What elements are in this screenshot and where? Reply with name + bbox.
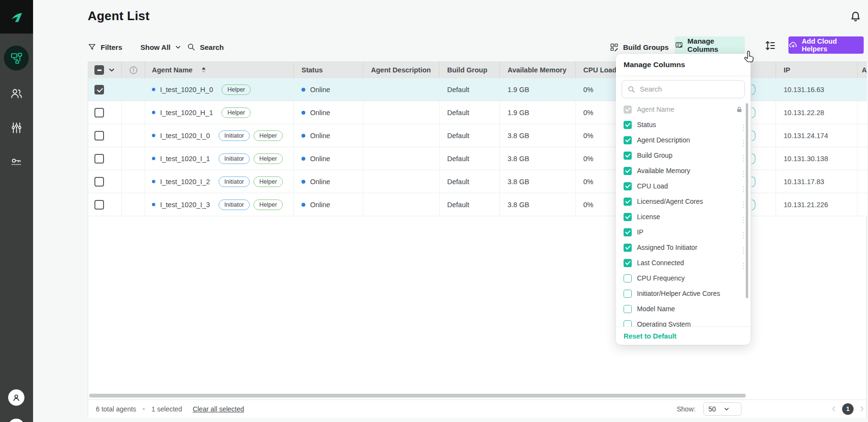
assigned-column-header-partial[interactable]: A xyxy=(857,62,867,78)
column-toggle-item[interactable]: Licensed/Agent Cores xyxy=(616,194,751,209)
select-all-dropdown-chevron-icon[interactable] xyxy=(108,67,115,73)
column-checkbox[interactable] xyxy=(624,152,632,160)
sidebar-item-agents-active[interactable] xyxy=(4,46,29,70)
row-status-cell: Online xyxy=(294,147,363,170)
column-checkbox[interactable] xyxy=(624,213,632,221)
row-checkbox[interactable] xyxy=(94,200,104,210)
status-dot xyxy=(301,180,305,184)
add-cloud-helpers-button[interactable]: Add Cloud Helpers xyxy=(788,36,864,54)
panel-search-input[interactable] xyxy=(640,85,726,93)
column-toggle-item[interactable]: Model Name xyxy=(616,301,751,316)
build-groups-label: Build Groups xyxy=(623,43,669,51)
column-toggle-item[interactable]: Agent Name xyxy=(616,102,751,117)
row-status-cell: Online xyxy=(294,193,363,216)
status-dot xyxy=(301,88,305,92)
row-description-cell xyxy=(363,147,440,170)
manage-columns-button[interactable]: Manage Columns xyxy=(675,36,745,54)
status-label: Online xyxy=(310,109,330,117)
column-toggle-item[interactable]: Status xyxy=(616,117,751,132)
panel-search-box[interactable] xyxy=(622,80,745,98)
row-checkbox[interactable] xyxy=(94,108,104,117)
agent-name-column-header[interactable]: Agent Name xyxy=(145,62,294,78)
column-toggle-item[interactable]: Initiator/Helper Active Cores xyxy=(616,286,751,301)
row-checkbox[interactable] xyxy=(94,85,104,94)
agent-description-column-header[interactable]: Agent Description xyxy=(363,62,440,78)
column-checkbox[interactable] xyxy=(624,320,632,327)
column-checkbox[interactable] xyxy=(624,274,632,282)
ip-column-header[interactable]: IP xyxy=(776,62,857,78)
column-checkbox[interactable] xyxy=(624,244,632,252)
column-checkbox[interactable] xyxy=(624,167,632,175)
chevron-down-icon xyxy=(175,44,181,50)
build-groups-button[interactable]: Build Groups xyxy=(610,38,669,56)
row-alert-cell xyxy=(122,147,145,170)
column-toggle-item[interactable]: License xyxy=(616,209,751,224)
row-checkbox[interactable] xyxy=(94,154,104,164)
column-checkbox[interactable] xyxy=(624,121,632,129)
column-checkbox[interactable] xyxy=(624,136,632,144)
row-name-cell[interactable]: I_test_1020_H_0 Helper xyxy=(145,78,294,101)
build-group-column-header[interactable]: Build Group xyxy=(440,62,500,78)
agent-online-dot xyxy=(152,88,155,91)
row-name-cell[interactable]: I_test_1020_I_0 InitiatorHelper xyxy=(145,124,294,147)
column-toggle-item[interactable]: Available Memory xyxy=(616,163,751,178)
row-height-button[interactable] xyxy=(764,39,776,52)
status-label: Online xyxy=(310,86,330,94)
row-name-cell[interactable]: I_test_1020_I_1 InitiatorHelper xyxy=(145,147,294,170)
search-icon xyxy=(627,85,636,94)
column-toggle-item[interactable]: Last Connected xyxy=(616,255,751,270)
column-toggle-item[interactable]: CPU Load xyxy=(616,178,751,194)
column-toggle-item[interactable]: Operating System xyxy=(616,316,751,327)
panel-scrollbar[interactable] xyxy=(746,103,748,298)
column-toggle-item[interactable]: Assigned To Initiator xyxy=(616,240,751,255)
row-name-cell[interactable]: I_test_1020_I_3 InitiatorHelper xyxy=(145,193,294,216)
tag-pill-helper: Helper xyxy=(254,176,283,187)
incredibuild-logo-icon xyxy=(7,7,26,26)
sidebar-item-license[interactable] xyxy=(0,148,33,176)
notifications-button[interactable] xyxy=(848,10,863,24)
column-checkbox[interactable] xyxy=(624,305,632,313)
column-checkbox[interactable] xyxy=(624,106,632,114)
column-checkbox[interactable] xyxy=(624,228,632,236)
horizontal-scrollbar[interactable] xyxy=(89,394,746,398)
current-page-button[interactable]: 1 xyxy=(842,403,854,415)
available-memory-column-header[interactable]: Available Memory xyxy=(500,62,576,78)
row-name-cell[interactable]: I_test_1020_I_2 InitiatorHelper xyxy=(145,170,294,193)
select-all-checkbox[interactable] xyxy=(94,65,104,75)
column-checkbox[interactable] xyxy=(624,290,632,298)
sidebar-item-settings[interactable] xyxy=(0,113,33,142)
row-checkbox[interactable] xyxy=(94,177,104,187)
row-alert-cell xyxy=(122,170,145,193)
row-build-group-cell: Default xyxy=(440,101,500,124)
row-status-cell: Online xyxy=(294,101,363,124)
show-all-dropdown[interactable]: Show All xyxy=(140,38,181,56)
column-checkbox[interactable] xyxy=(624,198,632,206)
page-size-select[interactable]: 50 xyxy=(703,402,741,416)
search-button[interactable]: Search xyxy=(187,38,224,56)
row-name-cell[interactable]: I_test_1020_H_1 Helper xyxy=(145,101,294,124)
reset-to-default-link[interactable]: Reset to Default xyxy=(624,332,676,340)
panel-column-list: Agent Name Status Agent Description Buil… xyxy=(616,102,751,327)
status-label: Online xyxy=(310,178,330,186)
column-toggle-item[interactable]: IP xyxy=(616,224,751,240)
clear-all-selected-link[interactable]: Clear all selected xyxy=(193,405,244,413)
page-previous-icon[interactable] xyxy=(830,405,837,412)
column-checkbox[interactable] xyxy=(624,182,632,190)
manage-columns-label: Manage Columns xyxy=(687,37,745,53)
page-next-icon[interactable] xyxy=(858,405,866,412)
help-icon[interactable] xyxy=(8,419,24,422)
status-column-header[interactable]: Status xyxy=(294,62,363,78)
column-toggle-item[interactable]: Build Group xyxy=(616,148,751,163)
filters-button[interactable]: Filters xyxy=(88,38,122,56)
user-avatar[interactable] xyxy=(8,389,24,406)
column-checkbox[interactable] xyxy=(624,259,632,267)
page-size-value: 50 xyxy=(708,405,716,413)
selected-count-label: 1 selected xyxy=(151,405,182,413)
column-toggle-item[interactable]: Agent Description xyxy=(616,132,751,148)
app-logo[interactable] xyxy=(0,0,33,34)
column-toggle-item[interactable]: CPU Frequency xyxy=(616,270,751,286)
sidebar-item-users[interactable] xyxy=(0,79,33,107)
row-checkbox[interactable] xyxy=(94,131,104,141)
sliders-icon xyxy=(10,121,23,134)
row-select-cell xyxy=(88,170,122,193)
